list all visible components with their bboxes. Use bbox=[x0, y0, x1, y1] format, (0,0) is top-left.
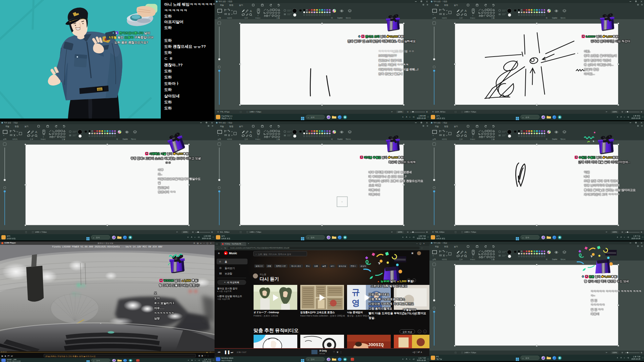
svg-text:A: A bbox=[465, 251, 467, 254]
svg-text:A: A bbox=[465, 130, 467, 134]
svg-text:규: 규 bbox=[352, 288, 360, 297]
svg-text:영: 영 bbox=[352, 298, 360, 307]
svg-text:A: A bbox=[465, 9, 467, 12]
svg-text:A: A bbox=[250, 9, 252, 12]
svg-text:A: A bbox=[250, 130, 252, 134]
svg-text:A: A bbox=[35, 130, 37, 134]
svg-text:JOOSIQ: JOOSIQ bbox=[368, 342, 384, 348]
svg-text:+: + bbox=[341, 201, 343, 203]
